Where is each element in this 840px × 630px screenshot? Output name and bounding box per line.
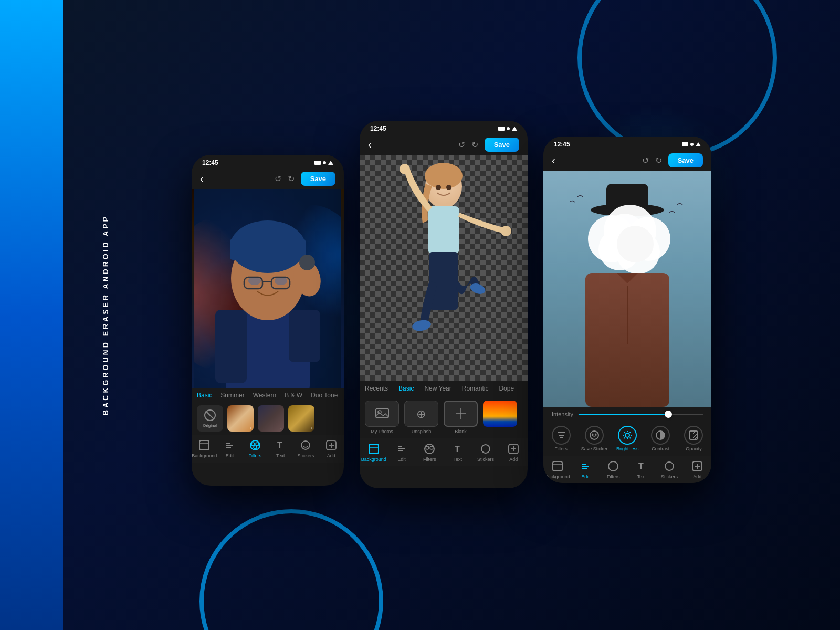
save-button-1[interactable]: Save	[301, 172, 335, 186]
redo-button-2[interactable]: ↻	[471, 140, 478, 150]
undo-button-3[interactable]: ↺	[642, 155, 649, 165]
contrast-tool[interactable]: Contrast	[647, 426, 674, 452]
svg-point-78	[590, 431, 598, 439]
tab-filters-2[interactable]: Filters	[416, 443, 444, 462]
intensity-row: Intensity	[543, 407, 711, 422]
tab-add-2[interactable]: Add	[500, 443, 528, 462]
romantic-tab[interactable]: Romantic	[462, 385, 489, 392]
filter-thumb-1[interactable]: ↓	[227, 405, 254, 432]
svg-rect-97	[553, 461, 562, 471]
tab-add-label-3: Add	[693, 474, 701, 479]
text-icon-1: T	[274, 439, 287, 452]
svg-point-56	[430, 446, 433, 449]
tab-background-label-2: Background	[361, 457, 386, 462]
tab-add-3[interactable]: Add	[684, 460, 711, 479]
save-sticker-tool[interactable]: Save Sticker	[581, 426, 608, 452]
opacity-tool[interactable]: Opacity	[680, 426, 707, 452]
toolbar-3: ‹ ↺ ↻ Save	[543, 150, 711, 171]
back-button-2[interactable]: ‹	[368, 139, 372, 151]
filters-icon-3	[607, 460, 620, 472]
svg-point-27	[256, 443, 259, 446]
brightness-tool[interactable]: Brightness	[614, 426, 640, 452]
stickers-icon-2	[479, 443, 492, 455]
filter-western[interactable]: Western	[253, 392, 276, 399]
save-button-2[interactable]: Save	[485, 138, 519, 152]
svg-point-30	[301, 441, 310, 449]
tab-edit-3[interactable]: Edit	[571, 460, 599, 479]
svg-point-79	[592, 434, 593, 435]
filter-duotone[interactable]: Duo Tone	[311, 392, 338, 399]
filter-summer[interactable]: Summer	[220, 392, 244, 399]
tab-text-3[interactable]: T Text	[627, 460, 655, 479]
filter-bw[interactable]: B & W	[285, 392, 302, 399]
svg-point-55	[426, 446, 429, 449]
tab-add-label-1: Add	[327, 453, 335, 458]
tab-background-2[interactable]: Background	[360, 443, 387, 462]
filters-tool-label: Filters	[554, 446, 568, 452]
my-photos-source[interactable]: My Photos	[365, 401, 399, 434]
basic-tab[interactable]: Basic	[398, 385, 414, 392]
tab-add-1[interactable]: Add	[319, 439, 344, 458]
main-image-1	[192, 189, 344, 388]
redo-button-1[interactable]: ↻	[288, 174, 295, 184]
tab-text-2[interactable]: T Text	[444, 443, 471, 462]
intensity-thumb	[665, 411, 672, 418]
tab-background-3[interactable]: Background	[543, 460, 571, 479]
tab-stickers-1[interactable]: Stickers	[293, 439, 318, 458]
background-icon-3	[551, 460, 564, 472]
signal-icon-1	[314, 161, 321, 165]
bottom-tabs-3: Background Edit Filters	[543, 456, 711, 483]
tab-edit-2[interactable]: Edit	[387, 443, 415, 462]
tab-stickers-label-3: Stickers	[661, 474, 678, 479]
intensity-slider[interactable]	[579, 414, 703, 415]
filter-thumb-2[interactable]: ↓	[258, 405, 284, 432]
tab-text-1[interactable]: T Text	[268, 439, 293, 458]
tab-filters-label-2: Filters	[423, 457, 436, 462]
tab-stickers-2[interactable]: Stickers	[471, 443, 499, 462]
blank-source[interactable]: Blank	[444, 401, 478, 434]
time-3: 12:45	[554, 141, 570, 148]
svg-rect-49	[369, 444, 379, 454]
sunset-source[interactable]	[483, 401, 517, 434]
time-2: 12:45	[370, 125, 386, 132]
undo-button-2[interactable]: ↺	[458, 140, 465, 150]
tab-background-1[interactable]: Background	[192, 439, 217, 458]
add-icon-3	[691, 460, 704, 472]
tab-background-label-1: Background	[192, 453, 217, 458]
add-icon-1	[325, 439, 338, 452]
svg-text:⊕: ⊕	[416, 407, 426, 421]
battery-icon-1	[328, 161, 333, 165]
tab-background-label-3: Background	[545, 474, 570, 479]
brightness-icon	[618, 426, 637, 445]
svg-line-86	[624, 432, 625, 433]
back-button-3[interactable]: ‹	[552, 154, 555, 166]
signal-icon-2	[498, 127, 505, 131]
filter-basic[interactable]: Basic	[197, 392, 212, 399]
dope-tab[interactable]: Dope	[499, 385, 514, 392]
status-bar-3: 12:45	[543, 136, 711, 150]
unsplash-source[interactable]: ⊕ Unsplash	[404, 401, 438, 434]
tab-text-label-1: Text	[276, 453, 285, 458]
undo-button-1[interactable]: ↺	[275, 174, 281, 184]
redo-button-3[interactable]: ↻	[655, 155, 662, 165]
intensity-label: Intensity	[552, 411, 573, 417]
opacity-label: Opacity	[686, 446, 702, 452]
toolbar-actions-2: ↺ ↻ Save	[458, 138, 519, 152]
newyear-tab[interactable]: New Year	[424, 385, 451, 392]
save-sticker-label: Save Sticker	[581, 446, 608, 452]
recents-tab[interactable]: Recents	[365, 385, 388, 392]
back-button-1[interactable]: ‹	[200, 173, 204, 185]
filters-tool[interactable]: Filters	[548, 426, 574, 452]
cloud-person-illustration	[543, 171, 711, 407]
save-sticker-icon	[585, 426, 604, 445]
svg-point-42	[400, 164, 410, 174]
tab-filters-1[interactable]: Filters	[243, 439, 268, 458]
filter-thumb-3[interactable]: ↓	[288, 405, 314, 432]
contrast-icon	[651, 426, 670, 445]
tab-edit-1[interactable]: Edit	[217, 439, 242, 458]
tab-filters-3[interactable]: Filters	[600, 460, 627, 479]
status-icons-2	[498, 127, 517, 131]
save-button-3[interactable]: Save	[668, 153, 703, 167]
tab-stickers-3[interactable]: Stickers	[655, 460, 683, 479]
filter-original[interactable]: Original	[197, 405, 223, 432]
